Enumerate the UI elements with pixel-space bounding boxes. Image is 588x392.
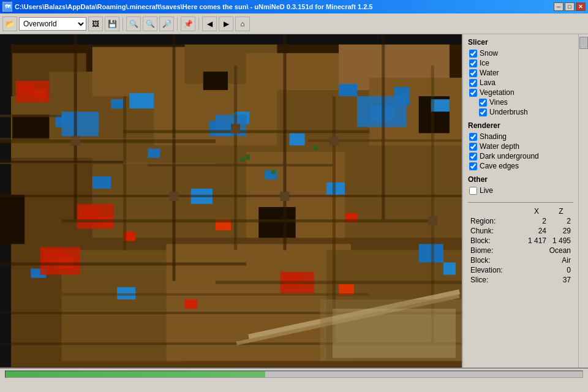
- shading-checkbox[interactable]: [469, 133, 477, 141]
- water-row: Water: [468, 69, 573, 77]
- new-folder-icon[interactable]: 📂: [2, 17, 17, 31]
- scrollbar-right[interactable]: [578, 34, 588, 368]
- block2-label: Block:: [468, 255, 524, 265]
- home-button[interactable]: ⌂: [235, 17, 250, 31]
- snow-label[interactable]: Snow: [480, 49, 498, 58]
- live-label[interactable]: Live: [480, 186, 493, 195]
- ice-checkbox[interactable]: [469, 59, 477, 67]
- svg-rect-101: [0, 163, 216, 164]
- svg-rect-25: [0, 195, 24, 244]
- maximize-button[interactable]: □: [565, 2, 575, 11]
- biome-label: Biome:: [468, 246, 524, 255]
- svg-rect-22: [12, 115, 49, 139]
- coords-header-row: X Z: [468, 206, 573, 216]
- window-controls: ─ □ ✕: [554, 2, 586, 11]
- info-table: X Z Region: 2 2 Chunk: 24 29 Block: 1 41…: [468, 206, 573, 285]
- dark-underground-checkbox[interactable]: [469, 153, 477, 160]
- back-button[interactable]: ◀: [202, 17, 217, 31]
- snow-row: Snow: [468, 49, 573, 58]
- zoom-in-button[interactable]: 🔍: [126, 17, 141, 31]
- svg-rect-37: [290, 133, 305, 145]
- svg-rect-80: [382, 35, 385, 220]
- cave-edges-checkbox[interactable]: [469, 162, 477, 170]
- ice-label[interactable]: Ice: [480, 59, 489, 67]
- vines-label[interactable]: Vines: [489, 98, 508, 107]
- dark-underground-label[interactable]: Dark underground: [480, 152, 539, 160]
- svg-rect-91: [428, 216, 437, 225]
- svg-rect-28: [111, 99, 123, 108]
- world-dropdown[interactable]: Overworld Nether: [19, 17, 86, 31]
- close-button[interactable]: ✕: [576, 2, 586, 11]
- svg-rect-61: [15, 81, 49, 102]
- info-section: X Z Region: 2 2 Chunk: 24 29 Block: 1 41…: [468, 202, 573, 285]
- svg-rect-62: [77, 204, 114, 228]
- vegetation-row: Vegetation: [468, 88, 573, 97]
- water-label[interactable]: Water: [480, 69, 499, 77]
- scrollbar-thumb[interactable]: [579, 37, 588, 49]
- svg-rect-77: [234, 66, 237, 251]
- cave-edges-label[interactable]: Cave edges: [480, 162, 519, 170]
- shading-row: Shading: [468, 132, 573, 141]
- map-area[interactable]: [0, 34, 462, 368]
- block-x: 1 417: [524, 236, 549, 246]
- svg-rect-55: [185, 300, 197, 309]
- z-header: Z: [549, 206, 573, 216]
- svg-rect-75: [123, 96, 126, 250]
- shading-label[interactable]: Shading: [480, 132, 507, 141]
- svg-rect-23: [203, 72, 228, 90]
- ice-row: Ice: [468, 59, 573, 67]
- svg-rect-99: [314, 146, 318, 151]
- lava-label[interactable]: Lava: [480, 78, 496, 87]
- water-depth-label[interactable]: Water depth: [480, 142, 519, 151]
- map-canvas: [0, 34, 462, 368]
- chunk-label: Chunk:: [468, 226, 524, 236]
- svg-rect-74: [74, 35, 77, 220]
- svg-rect-87: [169, 192, 178, 201]
- svg-rect-21: [0, 35, 462, 45]
- region-x: 2: [524, 216, 549, 226]
- slicer-title: Slicer: [468, 38, 573, 47]
- water-checkbox[interactable]: [469, 69, 477, 77]
- vines-checkbox[interactable]: [479, 99, 487, 107]
- other-title: Other: [468, 175, 573, 184]
- svg-rect-96: [240, 158, 245, 162]
- toolbar: 📂 Overworld Nether 🖼 💾 🔍 🔍 🔎 📌 ◀ ▶ ⌂: [0, 13, 588, 34]
- elevation-row: Elevation: 0: [468, 265, 573, 275]
- minimize-button[interactable]: ─: [554, 2, 564, 11]
- svg-rect-83: [148, 164, 333, 167]
- block-z: 1 495: [549, 236, 573, 246]
- svg-rect-100: [0, 138, 216, 139]
- region-label: Region:: [468, 216, 524, 226]
- underbrush-label[interactable]: Underbrush: [489, 108, 528, 116]
- live-checkbox[interactable]: [469, 187, 477, 195]
- water-depth-checkbox[interactable]: [469, 143, 477, 151]
- image-export-button[interactable]: 🖼: [88, 17, 103, 31]
- svg-rect-90: [330, 136, 339, 145]
- region-row: Region: 2 2: [468, 216, 573, 226]
- underbrush-checkbox[interactable]: [479, 108, 487, 116]
- svg-rect-95: [333, 309, 456, 358]
- svg-rect-38: [92, 176, 111, 189]
- zoom-out-button[interactable]: 🔍: [143, 17, 157, 31]
- main-content: Slicer Snow Ice Water Lava Vegetation Vi…: [0, 34, 588, 368]
- block-label: Block:: [468, 236, 524, 246]
- save-button[interactable]: 💾: [105, 17, 119, 31]
- block-row: Block: 1 417 1 495: [468, 236, 573, 246]
- vines-row: Vines: [468, 98, 573, 107]
- window-title: C:\Users\Balazs\AppData\Roaming\.minecra…: [15, 3, 372, 10]
- pin-button[interactable]: 📌: [181, 17, 195, 31]
- lava-checkbox[interactable]: [469, 79, 477, 87]
- region-z: 2: [549, 216, 573, 226]
- svg-rect-63: [40, 247, 80, 274]
- snow-checkbox[interactable]: [469, 50, 477, 58]
- progress-bar-fill: [6, 371, 265, 377]
- renderer-title: Renderer: [468, 121, 573, 130]
- chunk-z: 29: [549, 226, 573, 236]
- title-bar: 🗺 C:\Users\Balazs\AppData\Roaming\.minec…: [0, 0, 588, 13]
- zoom-reset-button[interactable]: 🔎: [159, 17, 174, 31]
- forward-button[interactable]: ▶: [219, 17, 233, 31]
- vegetation-checkbox[interactable]: [469, 89, 477, 97]
- biome-value: Ocean: [524, 246, 573, 255]
- slice-label: Slice:: [468, 275, 524, 285]
- vegetation-label[interactable]: Vegetation: [480, 88, 514, 97]
